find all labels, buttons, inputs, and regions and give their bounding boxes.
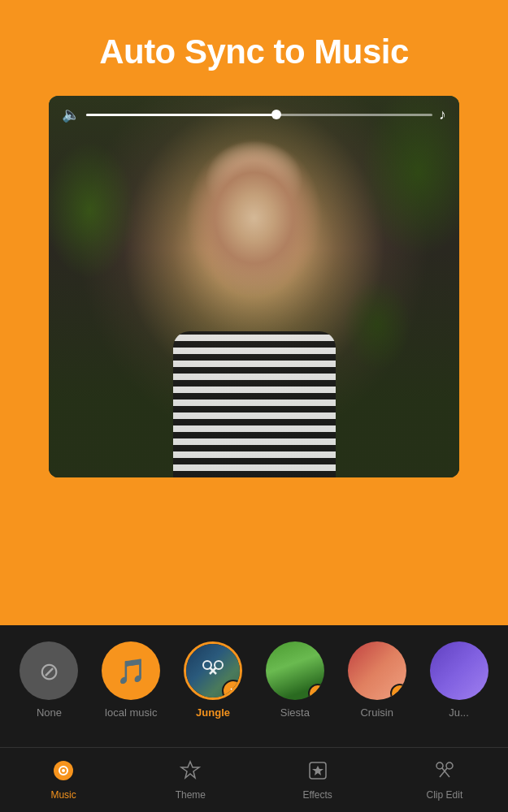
jungle-icon-circle [184, 641, 242, 700]
music-item-cruisin[interactable]: ↓ Cruisin [336, 641, 418, 719]
cruisin-label: Cruisin [360, 706, 393, 719]
music-item-local[interactable]: 🎵 local music [90, 641, 172, 719]
music-item-siesta[interactable]: ↓ Siesta [254, 641, 336, 719]
music-nav-label: Music [50, 789, 76, 801]
progress-thumb [271, 110, 281, 119]
ju-icon-circle [430, 641, 488, 700]
shirt-layer [173, 331, 336, 477]
siesta-label: Siesta [280, 706, 310, 719]
nav-item-music[interactable]: Music [0, 748, 127, 812]
star-icon [180, 760, 201, 781]
ju-inner [430, 641, 488, 700]
local-music-label: local music [105, 706, 157, 719]
svg-marker-9 [312, 766, 323, 775]
ju-label: Ju... [449, 706, 469, 719]
scissors-small-icon [228, 686, 238, 696]
bottom-panel: ⊘ None 🎵 local music [0, 625, 508, 812]
music-note-icon[interactable]: ♪ [439, 106, 446, 123]
theme-nav-icon [180, 760, 201, 786]
music-options-row: ⊘ None 🎵 local music [0, 625, 508, 723]
jungle-inner [186, 644, 240, 698]
music-nav-icon [53, 760, 74, 786]
page-title: Auto Sync to Music [24, 32, 484, 71]
none-label: None [37, 706, 62, 719]
nav-item-effects[interactable]: Effects [254, 748, 381, 812]
music-circle-icon [53, 760, 74, 781]
cruisin-item-wrap: ↓ Cruisin [348, 641, 406, 719]
nav-item-clip-edit[interactable]: Clip Edit [381, 748, 508, 812]
svg-point-11 [446, 762, 453, 769]
video-preview: 🔈 ♪ [49, 96, 459, 477]
local-music-icon-circle: 🎵 [102, 641, 160, 700]
volume-icon[interactable]: 🔈 [62, 106, 80, 123]
scissors-icon [201, 659, 225, 683]
siesta-item-wrap: ↓ Siesta [266, 641, 324, 719]
music-item-none[interactable]: ⊘ None [8, 641, 90, 719]
bottom-nav: Music Theme Effects [0, 747, 508, 812]
progress-fill [86, 114, 276, 116]
music-item-jungle[interactable]: Jungle [172, 641, 254, 719]
effects-nav-label: Effects [302, 789, 332, 801]
scissors-nav-icon [434, 760, 455, 781]
clip-edit-nav-label: Clip Edit [427, 789, 463, 801]
svg-point-6 [62, 769, 65, 772]
music-item-ju[interactable]: Ju... [418, 641, 500, 719]
svg-point-10 [436, 762, 443, 769]
none-icon-circle: ⊘ [20, 641, 78, 700]
music-icon: 🎵 [116, 657, 146, 685]
cruisin-icon-circle: ↓ [348, 641, 406, 700]
slash-icon: ⊘ [39, 657, 59, 685]
jungle-label: Jungle [196, 706, 230, 719]
effects-nav-icon [307, 760, 328, 786]
siesta-download-badge: ↓ [308, 684, 324, 700]
progress-track[interactable] [86, 114, 432, 116]
clip-edit-nav-icon [434, 760, 455, 786]
jungle-item-wrap: Jungle [184, 641, 242, 719]
nav-item-theme[interactable]: Theme [127, 748, 254, 812]
cruisin-download-badge: ↓ [390, 684, 406, 700]
svg-marker-7 [181, 762, 199, 778]
video-controls: 🔈 ♪ [49, 96, 459, 133]
theme-nav-label: Theme [176, 789, 206, 801]
ju-item-wrap: Ju... [430, 641, 488, 719]
siesta-icon-circle: ↓ [266, 641, 324, 700]
header: Auto Sync to Music [0, 0, 508, 88]
jungle-badge [222, 680, 242, 700]
effects-icon [307, 760, 328, 781]
